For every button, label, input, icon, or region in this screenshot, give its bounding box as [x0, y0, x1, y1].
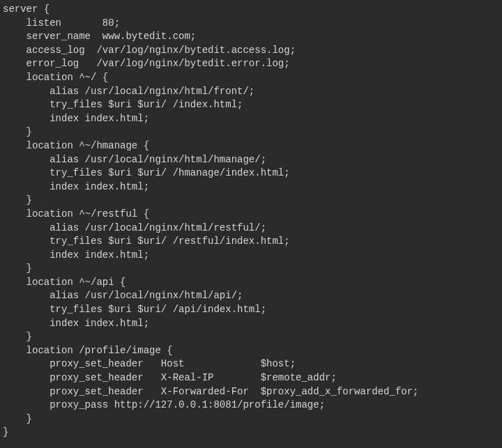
- code-line: }: [3, 330, 499, 344]
- code-line: error_log /var/log/nginx/bytedit.error.l…: [3, 57, 499, 71]
- code-line: }: [3, 194, 499, 208]
- code-line: index index.html;: [3, 112, 499, 126]
- code-line: access_log /var/log/nginx/bytedit.access…: [3, 44, 499, 58]
- code-line: alias /usr/local/nginx/html/restful/;: [3, 222, 499, 235]
- code-line: server {: [3, 3, 499, 17]
- code-line: proxy_set_header Host $host;: [3, 357, 499, 371]
- code-line: index index.html;: [3, 180, 499, 194]
- code-line: }: [3, 412, 499, 426]
- code-line: listen 80;: [3, 17, 499, 31]
- code-line: }: [3, 125, 499, 139]
- code-line: try_files $uri $uri/ /restful/index.html…: [3, 235, 499, 249]
- code-line: try_files $uri $uri/ /api/index.html;: [3, 303, 499, 317]
- code-block: server { listen 80; server_name www.byte…: [3, 3, 499, 440]
- code-line: alias /usr/local/nginx/html/front/;: [3, 85, 499, 99]
- code-line: index index.html;: [3, 249, 499, 263]
- code-line: location /profile/image {: [3, 344, 499, 358]
- code-line: location ^~/api {: [3, 276, 499, 290]
- code-line: }: [3, 262, 499, 276]
- code-line: location ^~/hmanage {: [3, 139, 499, 153]
- code-line: location ^~/ {: [3, 71, 499, 85]
- code-line: try_files $uri $uri/ /index.html;: [3, 98, 499, 112]
- code-line: alias /usr/local/nginx/html/hmanage/;: [3, 153, 499, 167]
- code-line: index index.html;: [3, 317, 499, 331]
- code-line: proxy_set_header X-Real-IP $remote_addr;: [3, 371, 499, 385]
- code-line: proxy_set_header X-Forwarded-For $proxy_…: [3, 385, 499, 399]
- code-line: }: [3, 426, 499, 440]
- code-line: location ^~/restful {: [3, 208, 499, 222]
- code-line: server_name www.bytedit.com;: [3, 30, 499, 44]
- code-line: alias /usr/local/nginx/html/api/;: [3, 289, 499, 303]
- code-line: proxy_pass http://127.0.0.1:8081/profile…: [3, 399, 499, 412]
- code-line: try_files $uri $uri/ /hmanage/index.html…: [3, 167, 499, 180]
